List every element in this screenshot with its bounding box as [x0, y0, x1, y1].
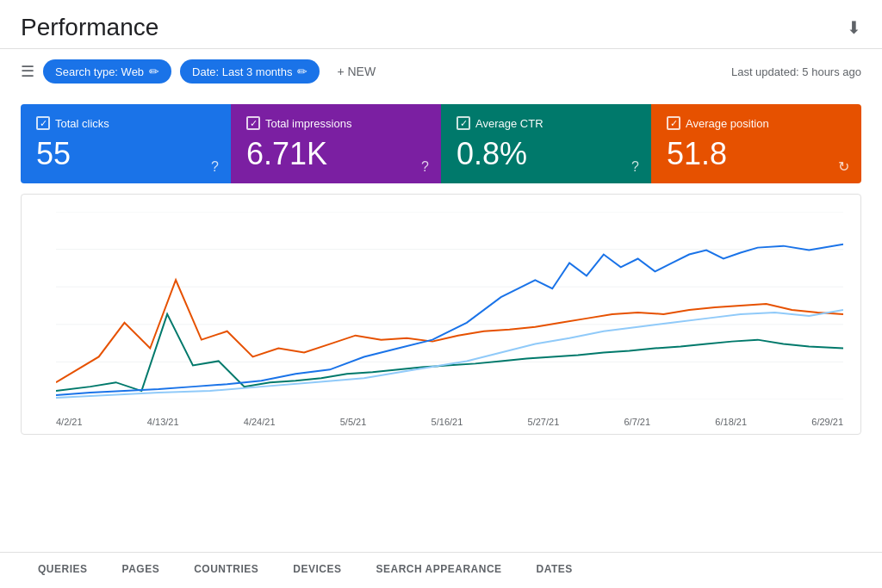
search-type-label: Search type: Web — [55, 65, 144, 78]
metric-info-impressions: ? — [421, 159, 429, 175]
metric-card-average-ctr[interactable]: ✓ Average CTR 0.8% ? — [441, 104, 651, 183]
tab-pages[interactable]: PAGES — [105, 553, 177, 588]
chart-area: 4/2/21 4/13/21 4/24/21 5/5/21 5/16/21 5/… — [21, 194, 861, 435]
header-actions: ⬇ — [847, 17, 861, 38]
line-impressions — [56, 314, 843, 391]
date-label: Date: Last 3 months — [192, 65, 292, 78]
x-label-2: 4/24/21 — [244, 417, 276, 427]
x-label-8: 6/29/21 — [811, 417, 843, 427]
tab-countries[interactable]: COUNTRIES — [177, 553, 276, 588]
tab-dates[interactable]: DATES — [519, 553, 590, 588]
metric-value-ctr: 0.8% — [457, 137, 636, 171]
metric-card-total-clicks[interactable]: ✓ Total clicks 55 ? — [21, 104, 231, 183]
metric-header-ctr: ✓ Average CTR — [457, 116, 636, 130]
page-wrapper: Performance ⬇ ☰ Search type: Web ✏ Date:… — [0, 0, 882, 588]
x-axis-labels: 4/2/21 4/13/21 4/24/21 5/5/21 5/16/21 5/… — [56, 417, 843, 427]
page-title: Performance — [21, 14, 158, 41]
line-ctr — [56, 310, 843, 398]
metric-header-clicks: ✓ Total clicks — [36, 116, 215, 130]
checkbox-position: ✓ — [667, 116, 680, 130]
metric-info-ctr: ? — [631, 159, 639, 175]
metric-value-impressions: 6.71K — [246, 137, 425, 171]
toolbar: ☰ Search type: Web ✏ Date: Last 3 months… — [0, 49, 882, 94]
metric-header-position: ✓ Average position — [667, 116, 846, 130]
checkbox-impressions: ✓ — [246, 116, 260, 130]
tab-search-appearance[interactable]: SEARCH APPEARANCE — [359, 553, 519, 588]
edit-icon-2: ✏ — [297, 65, 307, 78]
x-label-0: 4/2/21 — [56, 417, 83, 427]
metrics-row: ✓ Total clicks 55 ? ✓ Total impressions … — [21, 104, 861, 183]
tab-queries[interactable]: QUERIES — [21, 553, 105, 588]
filter-icon[interactable]: ☰ — [21, 62, 34, 81]
last-updated-label: Last updated: 5 hours ago — [731, 65, 861, 78]
checkbox-clicks: ✓ — [36, 116, 50, 130]
performance-chart — [56, 212, 843, 399]
date-chip[interactable]: Date: Last 3 months ✏ — [180, 59, 320, 84]
y-grid — [56, 212, 843, 399]
x-label-1: 4/13/21 — [147, 417, 179, 427]
metric-header-impressions: ✓ Total impressions — [246, 116, 425, 130]
metric-label-ctr: Average CTR — [475, 117, 543, 130]
x-label-4: 5/16/21 — [432, 417, 463, 427]
tab-devices[interactable]: DEVICES — [276, 553, 358, 588]
header: Performance ⬇ — [0, 0, 882, 49]
metric-info-clicks: ? — [211, 159, 219, 175]
metric-card-average-position[interactable]: ✓ Average position 51.8 ↻ — [651, 104, 861, 183]
metric-label-impressions: Total impressions — [265, 117, 351, 130]
metric-value-clicks: 55 — [36, 137, 215, 171]
x-label-7: 6/18/21 — [715, 417, 747, 427]
metric-label-position: Average position — [686, 117, 769, 130]
edit-icon: ✏ — [149, 65, 159, 78]
x-label-3: 5/5/21 — [340, 417, 367, 427]
metric-card-total-impressions[interactable]: ✓ Total impressions 6.71K ? — [231, 104, 441, 183]
line-position — [56, 244, 843, 394]
new-button[interactable]: + NEW — [328, 59, 384, 84]
x-label-6: 6/7/21 — [624, 417, 651, 427]
metric-label-clicks: Total clicks — [55, 117, 109, 130]
search-type-chip[interactable]: Search type: Web ✏ — [43, 59, 171, 84]
checkbox-ctr: ✓ — [457, 116, 470, 130]
bottom-tabs: QUERIES PAGES COUNTRIES DEVICES SEARCH A… — [0, 552, 882, 588]
metric-info-position: ↻ — [838, 158, 849, 175]
download-icon[interactable]: ⬇ — [847, 17, 861, 38]
metric-value-position: 51.8 — [667, 137, 846, 171]
x-label-5: 5/27/21 — [528, 417, 560, 427]
